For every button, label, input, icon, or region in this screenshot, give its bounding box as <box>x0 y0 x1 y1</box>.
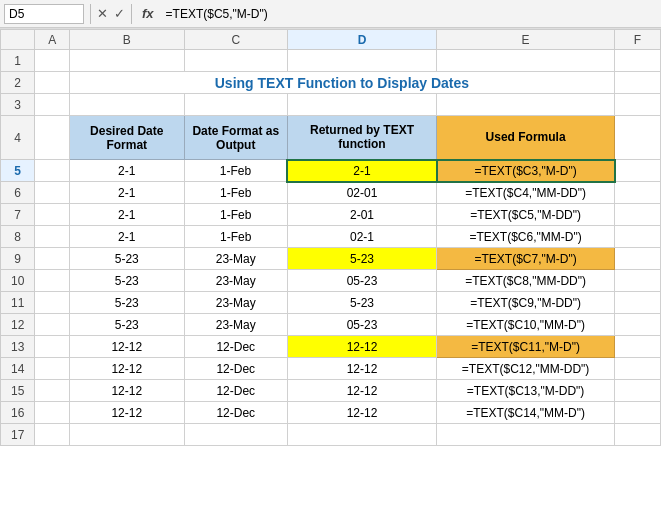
row-header-9[interactable]: 9 <box>1 248 35 270</box>
cell-a8[interactable] <box>35 226 69 248</box>
cell-a15[interactable] <box>35 380 69 402</box>
cell-e14[interactable]: =TEXT($C12,"MM-DD") <box>437 358 615 380</box>
col-header-b[interactable]: B <box>69 30 184 50</box>
row-header-14[interactable]: 14 <box>1 358 35 380</box>
col-header-c[interactable]: C <box>184 30 287 50</box>
cell-c7[interactable]: 1-Feb <box>184 204 287 226</box>
cell-d12[interactable]: 05-23 <box>287 314 436 336</box>
cell-c9[interactable]: 23-May <box>184 248 287 270</box>
cell-e15[interactable]: =TEXT($C13,"M-DD") <box>437 380 615 402</box>
cell-c5[interactable]: 1-Feb <box>184 160 287 182</box>
row-header-17[interactable]: 17 <box>1 424 35 446</box>
cell-e1[interactable] <box>437 50 615 72</box>
cancel-icon[interactable]: ✕ <box>97 6 108 21</box>
cell-c13[interactable]: 12-Dec <box>184 336 287 358</box>
cell-c6[interactable]: 1-Feb <box>184 182 287 204</box>
cell-e13[interactable]: =TEXT($C11,"M-D") <box>437 336 615 358</box>
cell-c8[interactable]: 1-Feb <box>184 226 287 248</box>
cell-b1[interactable] <box>69 50 184 72</box>
row-header-15[interactable]: 15 <box>1 380 35 402</box>
cell-a17[interactable] <box>35 424 69 446</box>
cell-e9[interactable]: =TEXT($C7,"M-D") <box>437 248 615 270</box>
confirm-icon[interactable]: ✓ <box>114 6 125 21</box>
cell-c17[interactable] <box>184 424 287 446</box>
col-header-a[interactable]: A <box>35 30 69 50</box>
cell-b15[interactable]: 12-12 <box>69 380 184 402</box>
row-header-13[interactable]: 13 <box>1 336 35 358</box>
cell-a11[interactable] <box>35 292 69 314</box>
cell-d8[interactable]: 02-1 <box>287 226 436 248</box>
cell-a12[interactable] <box>35 314 69 336</box>
cell-b12[interactable]: 5-23 <box>69 314 184 336</box>
col-header-e[interactable]: E <box>437 30 615 50</box>
cell-c11[interactable]: 23-May <box>184 292 287 314</box>
cell-c16[interactable]: 12-Dec <box>184 402 287 424</box>
cell-a16[interactable] <box>35 402 69 424</box>
cell-e11[interactable]: =TEXT($C9,"M-DD") <box>437 292 615 314</box>
cell-a4[interactable] <box>35 116 69 160</box>
formula-input[interactable]: =TEXT($C5,"M-D") <box>162 7 657 21</box>
cell-d9[interactable]: 5-23 <box>287 248 436 270</box>
cell-b10[interactable]: 5-23 <box>69 270 184 292</box>
cell-e6[interactable]: =TEXT($C4,"MM-DD") <box>437 182 615 204</box>
cell-c1[interactable] <box>184 50 287 72</box>
cell-d10[interactable]: 05-23 <box>287 270 436 292</box>
row-header-3[interactable]: 3 <box>1 94 35 116</box>
cell-a2[interactable] <box>35 72 69 94</box>
cell-d13[interactable]: 12-12 <box>287 336 436 358</box>
row-header-11[interactable]: 11 <box>1 292 35 314</box>
cell-b16[interactable]: 12-12 <box>69 402 184 424</box>
cell-b3[interactable] <box>69 94 184 116</box>
cell-d16[interactable]: 12-12 <box>287 402 436 424</box>
cell-a14[interactable] <box>35 358 69 380</box>
cell-d3[interactable] <box>287 94 436 116</box>
cell-c10[interactable]: 23-May <box>184 270 287 292</box>
cell-b17[interactable] <box>69 424 184 446</box>
row-header-12[interactable]: 12 <box>1 314 35 336</box>
cell-e17[interactable] <box>437 424 615 446</box>
cell-c12[interactable]: 23-May <box>184 314 287 336</box>
cell-e8[interactable]: =TEXT($C6,"MM-D") <box>437 226 615 248</box>
cell-d17[interactable] <box>287 424 436 446</box>
cell-e7[interactable]: =TEXT($C5,"M-DD") <box>437 204 615 226</box>
cell-d11[interactable]: 5-23 <box>287 292 436 314</box>
row-header-5[interactable]: 5 <box>1 160 35 182</box>
col-header-d[interactable]: D <box>287 30 436 50</box>
row-header-4[interactable]: 4 <box>1 116 35 160</box>
col-header-f[interactable]: F <box>615 30 661 50</box>
cell-b14[interactable]: 12-12 <box>69 358 184 380</box>
cell-b5[interactable]: 2-1 <box>69 160 184 182</box>
cell-a3[interactable] <box>35 94 69 116</box>
cell-d5[interactable]: 2-1 <box>287 160 436 182</box>
cell-d15[interactable]: 12-12 <box>287 380 436 402</box>
cell-b6[interactable]: 2-1 <box>69 182 184 204</box>
cell-a5[interactable] <box>35 160 69 182</box>
row-header-2[interactable]: 2 <box>1 72 35 94</box>
cell-e5[interactable]: =TEXT($C3,"M-D") <box>437 160 615 182</box>
row-header-16[interactable]: 16 <box>1 402 35 424</box>
row-header-7[interactable]: 7 <box>1 204 35 226</box>
cell-b13[interactable]: 12-12 <box>69 336 184 358</box>
cell-a10[interactable] <box>35 270 69 292</box>
cell-c14[interactable]: 12-Dec <box>184 358 287 380</box>
cell-a7[interactable] <box>35 204 69 226</box>
cell-a6[interactable] <box>35 182 69 204</box>
cell-c15[interactable]: 12-Dec <box>184 380 287 402</box>
cell-b9[interactable]: 5-23 <box>69 248 184 270</box>
cell-a13[interactable] <box>35 336 69 358</box>
cell-e12[interactable]: =TEXT($C10,"MM-D") <box>437 314 615 336</box>
cell-d1[interactable] <box>287 50 436 72</box>
row-header-1[interactable]: 1 <box>1 50 35 72</box>
cell-a9[interactable] <box>35 248 69 270</box>
cell-b8[interactable]: 2-1 <box>69 226 184 248</box>
cell-d6[interactable]: 02-01 <box>287 182 436 204</box>
row-header-10[interactable]: 10 <box>1 270 35 292</box>
row-header-8[interactable]: 8 <box>1 226 35 248</box>
cell-b7[interactable]: 2-1 <box>69 204 184 226</box>
cell-c3[interactable] <box>184 94 287 116</box>
cell-d7[interactable]: 2-01 <box>287 204 436 226</box>
name-box[interactable]: D5 <box>4 4 84 24</box>
cell-e10[interactable]: =TEXT($C8,"MM-DD") <box>437 270 615 292</box>
cell-b11[interactable]: 5-23 <box>69 292 184 314</box>
cell-e16[interactable]: =TEXT($C14,"MM-D") <box>437 402 615 424</box>
